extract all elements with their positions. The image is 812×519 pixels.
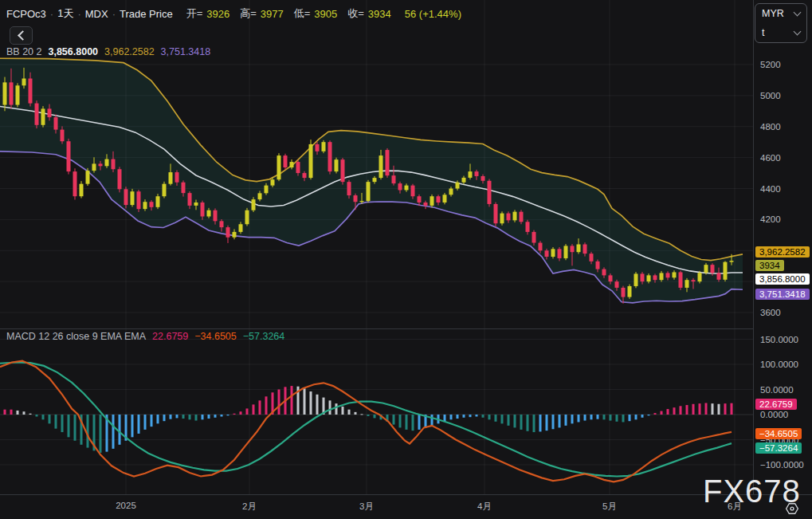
open-label: 开=: [186, 6, 203, 21]
time-tick-label: 4月: [477, 501, 492, 513]
exchange-label: MDX: [85, 8, 108, 20]
price-tick-label: 4400: [760, 184, 781, 194]
macd-histogram: [4, 386, 733, 453]
macd-tick-label: 150.0000: [760, 335, 798, 344]
macd-indicator-legend[interactable]: MACD 12 26 close 9 EMA EMA 22.6759 −34.6…: [6, 331, 284, 342]
symbol-name[interactable]: FCPOc3: [6, 8, 46, 20]
low-label: 低=: [294, 6, 311, 21]
close-value: 3934: [368, 8, 391, 20]
price-tick-label: 4200: [760, 214, 781, 224]
time-tick-label: 2025: [116, 501, 136, 510]
bb-title[interactable]: BB 20 2: [6, 46, 41, 57]
high-label: 高=: [240, 6, 257, 21]
macd-hist-value: 22.6759: [152, 331, 188, 342]
legend-separator: ·: [50, 8, 53, 20]
legend-separator: ·: [77, 8, 80, 20]
bb-lower-value: 3,751.3418: [161, 46, 211, 57]
macd-badge: 22.6759: [755, 399, 797, 410]
currency-value: MYR: [762, 8, 784, 19]
chevron-down-icon: [794, 28, 802, 36]
price-tick-label: 5000: [760, 91, 781, 100]
chevron-left-icon: [18, 30, 28, 41]
macd-tick-label: −100.0000: [760, 460, 804, 470]
change-value: 56 (+1.44%): [405, 8, 461, 20]
price-tick-label: 5200: [760, 60, 781, 69]
price-badge: 3,962.2582: [755, 246, 810, 258]
interval-label[interactable]: 1天: [57, 6, 73, 21]
back-button[interactable]: [10, 26, 33, 45]
bb-basis-value: 3,856.8000: [48, 46, 98, 57]
currency-dropdown[interactable]: MYR: [755, 4, 806, 23]
macd-title[interactable]: MACD 12 26 close 9 EMA EMA: [6, 331, 146, 342]
macd-tick-label: 100.0000: [760, 360, 798, 369]
time-tick-label: 5月: [602, 501, 617, 513]
close-label: 收=: [347, 6, 364, 21]
macd-pane[interactable]: [0, 340, 753, 482]
macd-badge: −57.3264: [755, 442, 802, 454]
chevron-down-icon: [794, 9, 802, 17]
time-tick-label: 6月: [728, 501, 742, 513]
price-tick-label: 4600: [760, 153, 781, 163]
main-pane[interactable]: [0, 58, 753, 313]
bb-indicator-legend[interactable]: BB 20 2 3,856.8000 3,962.2582 3,751.3418: [6, 46, 210, 57]
bb-upper-value: 3,962.2582: [104, 46, 155, 57]
time-axis[interactable]: 20252月3月4月5月6月: [0, 494, 812, 519]
macd-tick-label: 0.0000: [760, 410, 788, 419]
series-type-label: Trade Price: [120, 8, 173, 20]
bb-fill: [0, 58, 743, 303]
legend-separator: ·: [112, 8, 116, 20]
symbol-toolbar: MYR t: [755, 3, 807, 43]
time-tick-label: 2月: [242, 501, 257, 513]
macd-line-value: −34.6505: [194, 331, 236, 342]
price-axis[interactable]: 520050004800460044004200400038003600150.…: [753, 0, 812, 494]
macd-badge: −34.6505: [755, 428, 802, 439]
price-tick-label: 4800: [760, 122, 781, 132]
price-badge: 3,751.3418: [755, 289, 810, 300]
hexagon-logo-icon[interactable]: [783, 500, 801, 517]
pane-separator[interactable]: [0, 328, 812, 329]
price-badge: 3934: [755, 260, 784, 271]
open-value: 3926: [206, 8, 229, 20]
chart-canvas[interactable]: [0, 0, 753, 494]
unit-value: t: [762, 27, 764, 38]
high-value: 3977: [261, 8, 284, 20]
trading-chart-app: FCPOc3 · 1天 · MDX · Trade Price 开=3926 高…: [0, 0, 812, 519]
price-badge: 3,856.8000: [755, 273, 810, 285]
macd-tick-label: 50.0000: [760, 385, 794, 395]
macd-signal-line: [0, 362, 732, 476]
macd-signal-value: −57.3264: [243, 331, 284, 342]
low-value: 3905: [314, 8, 337, 20]
price-tick-label: 3600: [760, 308, 781, 317]
unit-dropdown[interactable]: t: [755, 23, 806, 42]
symbol-legend[interactable]: FCPOc3 · 1天 · MDX · Trade Price 开=3926 高…: [6, 6, 461, 21]
time-tick-label: 3月: [359, 501, 374, 513]
